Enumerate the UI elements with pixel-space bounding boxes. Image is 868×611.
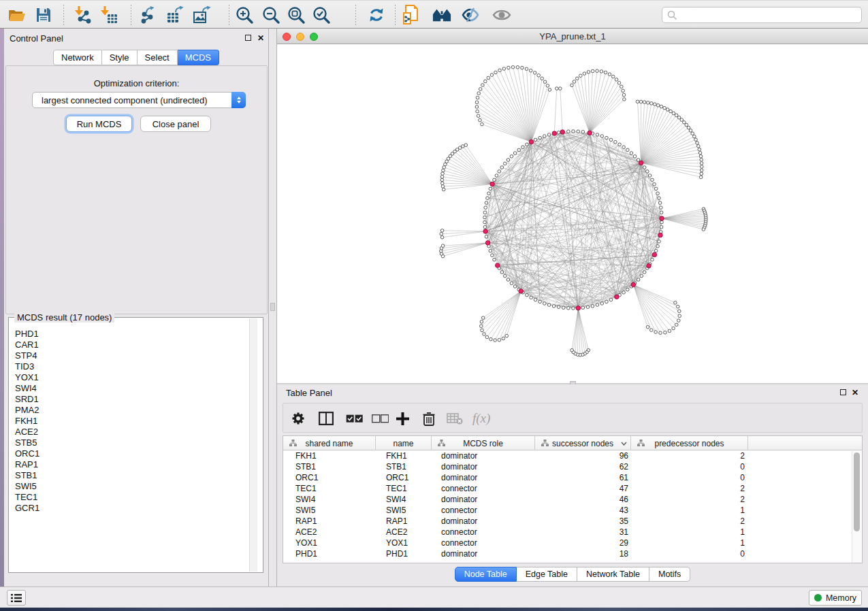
node-table: shared namenameMCDS rolesuccessor nodesp…: [283, 435, 863, 563]
table-panel-title: Table Panel: [286, 388, 332, 398]
table-row[interactable]: ACE2ACE2connector311: [283, 527, 862, 538]
column-header-predecessor-nodes[interactable]: predecessor nodes: [631, 436, 748, 450]
mcds-node-item[interactable]: STB5: [15, 437, 39, 448]
mcds-node-item[interactable]: SRD1: [15, 394, 39, 405]
mcds-node-item[interactable]: YOX1: [15, 372, 39, 383]
network-graph-canvas[interactable]: [277, 44, 868, 383]
mcds-node-item[interactable]: STP4: [15, 350, 39, 361]
tab-edge-table[interactable]: Edge Table: [517, 567, 577, 582]
network-window-titlebar[interactable]: YPA_prune.txt_1: [277, 29, 868, 44]
float-panel-icon[interactable]: [245, 35, 251, 41]
table-row[interactable]: RAP1RAP1dominator352: [283, 516, 862, 527]
mcds-node-item[interactable]: SWI4: [15, 383, 39, 394]
refresh-icon[interactable]: [367, 5, 386, 24]
share-document-icon[interactable]: [402, 5, 421, 24]
table-row[interactable]: PHD1PHD1dominator180: [283, 548, 862, 559]
network-window-title: YPA_prune.txt_1: [277, 31, 868, 42]
add-column-icon[interactable]: [396, 410, 409, 427]
column-header-shared-name[interactable]: shared name: [283, 436, 376, 450]
table-row[interactable]: FKH1FKH1dominator962: [283, 450, 862, 461]
export-image-icon[interactable]: [193, 5, 212, 24]
main-toolbar: [0, 0, 868, 29]
zoom-in-icon[interactable]: [235, 5, 254, 24]
binoculars-icon[interactable]: [432, 5, 451, 24]
tab-network-table[interactable]: Network Table: [577, 567, 649, 582]
optimization-criterion-label: Optimization criterion:: [6, 78, 267, 88]
table-scrollbar[interactable]: [852, 451, 861, 563]
zoom-fit-icon[interactable]: [287, 5, 306, 24]
table-row[interactable]: SWI4SWI4dominator462: [283, 494, 862, 505]
mcds-node-item[interactable]: TEC1: [15, 492, 39, 503]
table-panel: Table Panel ✕ f(x): [277, 384, 868, 587]
mcds-result-box: MCDS result (17 nodes) PHD1CAR1STP4TID3Y…: [8, 317, 263, 573]
table-row[interactable]: YOX1YOX1connector291: [283, 538, 862, 548]
mcds-node-item[interactable]: GCR1: [15, 503, 39, 514]
node-table-rows: FKH1FKH1dominator962STB1STB1dominator620…: [283, 450, 862, 559]
mcds-node-item[interactable]: PMA2: [15, 405, 39, 416]
hide-eye-icon[interactable]: [461, 5, 480, 24]
run-mcds-button[interactable]: Run MCDS: [66, 116, 132, 132]
mcds-node-item[interactable]: ORC1: [15, 448, 39, 459]
memory-button[interactable]: Memory: [809, 590, 862, 606]
table-settings-icon[interactable]: [291, 410, 305, 427]
mcds-node-item[interactable]: STB1: [15, 470, 39, 481]
vertical-splitter[interactable]: [268, 29, 277, 587]
delete-table-icon[interactable]: [447, 410, 463, 427]
tab-motifs[interactable]: Motifs: [649, 567, 690, 582]
mcds-result-list: PHD1CAR1STP4TID3YOX1SWI4SRD1PMA2FKH1ACE2…: [15, 329, 39, 514]
mcds-tab-content: Optimization criterion: largest connecte…: [5, 65, 268, 314]
mcds-result-title: MCDS result (17 nodes): [14, 312, 114, 323]
column-header-successor-nodes[interactable]: successor nodes: [535, 436, 631, 450]
network-window: YPA_prune.txt_1: [277, 29, 868, 383]
column-header-MCDS-role[interactable]: MCDS role: [432, 436, 535, 450]
mcds-node-item[interactable]: ACE2: [15, 427, 39, 437]
close-panel-button[interactable]: Close panel: [140, 116, 211, 132]
mcds-node-item[interactable]: PHD1: [15, 329, 39, 340]
mcds-node-item[interactable]: FKH1: [15, 416, 39, 427]
function-builder-icon[interactable]: f(x): [472, 410, 490, 427]
mcds-node-item[interactable]: RAP1: [15, 459, 39, 470]
status-bar: Memory: [0, 587, 868, 608]
control-panel-title: Control Panel: [10, 33, 63, 44]
table-float-icon[interactable]: [840, 389, 846, 395]
import-table-icon[interactable]: [99, 5, 118, 24]
mcds-node-item[interactable]: SWI5: [15, 481, 39, 492]
table-row[interactable]: SWI5SWI5connector431: [283, 505, 862, 516]
mcds-node-item[interactable]: TID3: [15, 361, 39, 372]
mcds-node-item[interactable]: CAR1: [15, 340, 39, 350]
tab-select[interactable]: Select: [138, 50, 178, 65]
control-panel: Control Panel ✕ NetworkStyleSelectMCDS O…: [4, 29, 273, 587]
tab-style[interactable]: Style: [102, 50, 138, 65]
memory-label: Memory: [826, 593, 856, 603]
table-close-icon[interactable]: ✕: [852, 388, 858, 397]
tab-network[interactable]: Network: [53, 50, 102, 65]
zoom-selected-icon[interactable]: [312, 5, 331, 24]
table-row[interactable]: STB1STB1dominator620: [283, 461, 862, 472]
import-network-icon[interactable]: [74, 5, 93, 24]
zoom-out-icon[interactable]: [261, 5, 280, 24]
task-history-button[interactable]: [7, 590, 26, 606]
column-header-name[interactable]: name: [376, 436, 432, 450]
table-toolbar: f(x): [283, 403, 863, 433]
criterion-dropdown[interactable]: largest connected component (undirected): [32, 92, 246, 108]
mcds-result-scrollbar[interactable]: [249, 318, 257, 572]
save-icon[interactable]: [34, 5, 53, 24]
control-panel-tabs: NetworkStyleSelectMCDS: [53, 50, 219, 65]
eye-icon[interactable]: [492, 5, 511, 24]
criterion-value: largest connected component (undirected): [42, 95, 208, 105]
deselect-all-icon[interactable]: [372, 410, 389, 427]
search-input[interactable]: [662, 7, 862, 23]
select-all-icon[interactable]: [346, 410, 363, 427]
open-file-icon[interactable]: [7, 5, 27, 24]
delete-column-icon[interactable]: [423, 410, 435, 427]
show-columns-icon[interactable]: [319, 410, 334, 427]
table-panel-tabs: Node TableEdge TableNetwork TableMotifs: [277, 567, 868, 582]
dropdown-arrows-icon: [231, 92, 246, 108]
close-panel-icon[interactable]: ✕: [257, 33, 264, 43]
tab-node-table[interactable]: Node Table: [455, 567, 517, 582]
tab-mcds[interactable]: MCDS: [178, 50, 219, 65]
export-table-icon[interactable]: [167, 5, 186, 24]
export-network-icon[interactable]: [140, 5, 159, 24]
table-row[interactable]: TEC1TEC1connector472: [283, 483, 862, 494]
table-row[interactable]: ORC1ORC1dominator610: [283, 472, 862, 483]
